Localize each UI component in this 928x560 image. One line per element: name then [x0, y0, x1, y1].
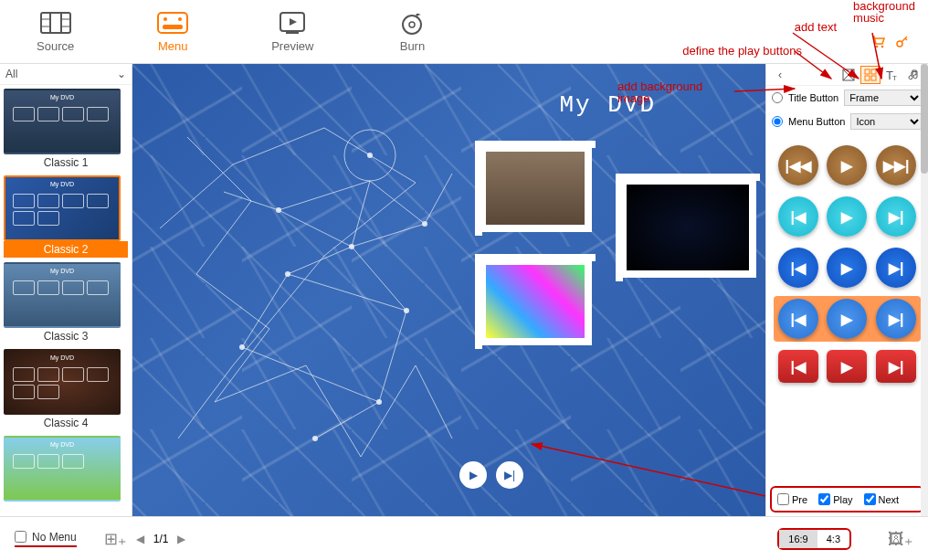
button-styles-grid[interactable]: |◀◀▶▶▶| |◀▶▶| |◀▶▶| |◀▶▶| |◀▶▶|	[766, 133, 928, 482]
aspect-169[interactable]: 16:9	[779, 530, 817, 548]
key-icon[interactable]	[895, 35, 910, 52]
template-list[interactable]: My DVD Classic 1 My DVD Classic 2 My DVD…	[0, 85, 132, 516]
template-classic-5[interactable]: My DVD	[4, 436, 128, 505]
nav-source-label: Source	[37, 39, 74, 53]
svg-rect-40	[865, 76, 870, 80]
check-play[interactable]: Play	[818, 493, 852, 505]
runner-graphic	[142, 91, 470, 493]
template-sidebar: All ⌄ My DVD Classic 1 My DVD Classic 2 …	[0, 64, 132, 516]
button-style-red[interactable]: |◀▶▶|	[774, 347, 921, 386]
svg-line-24	[905, 38, 907, 40]
no-menu-checkbox[interactable]	[15, 531, 26, 543]
no-menu-label: No Menu	[32, 531, 77, 544]
title-button-row: Title Button Frame	[766, 86, 928, 110]
page-prev-icon[interactable]: ◀	[136, 533, 144, 545]
svg-point-31	[376, 399, 382, 405]
nav-menu[interactable]: Menu	[156, 11, 189, 53]
svg-rect-39	[871, 69, 876, 74]
svg-rect-15	[163, 25, 183, 29]
top-right-icons	[871, 35, 910, 52]
button-style-wood[interactable]: |◀◀▶▶▶|	[774, 143, 921, 188]
next-button[interactable]: ▶|	[496, 461, 523, 489]
top-nav: Source Menu Preview Burn	[0, 0, 928, 64]
dvd-title[interactable]: My DVD	[559, 91, 656, 119]
add-image-icon[interactable]: 🖼₊	[888, 529, 913, 549]
svg-point-30	[404, 308, 409, 313]
menu-button-radio[interactable]	[772, 116, 783, 127]
menu-button-label: Menu Button	[788, 116, 845, 127]
svg-rect-38	[865, 69, 870, 74]
button-checks: Pre Play Next	[770, 486, 924, 512]
nav-burn-label: Burn	[400, 39, 425, 53]
svg-point-19	[409, 22, 415, 27]
svg-text:T: T	[892, 74, 897, 81]
cart-icon[interactable]	[871, 35, 886, 52]
template-label: Classic 2	[4, 241, 128, 258]
chapter-thumb-1[interactable]	[479, 144, 592, 232]
svg-point-33	[276, 207, 281, 213]
svg-point-34	[312, 436, 318, 441]
svg-point-14	[178, 17, 182, 21]
svg-point-20	[876, 46, 879, 48]
no-menu-toggle[interactable]: No Menu	[15, 531, 77, 547]
page-next-icon[interactable]: ▶	[177, 533, 185, 545]
menu-button-select[interactable]: Icon	[850, 113, 923, 130]
button-style-blue[interactable]: |◀▶▶|	[774, 245, 921, 291]
title-button-select[interactable]: Frame	[844, 90, 923, 106]
scrollbar-thumb[interactable]	[921, 64, 928, 174]
button-style-cyan[interactable]: |◀▶▶|	[774, 194, 921, 239]
main-area: All ⌄ My DVD Classic 1 My DVD Classic 2 …	[0, 64, 928, 516]
check-next[interactable]: Next	[864, 493, 900, 505]
template-label: Classic 4	[4, 415, 128, 431]
sidebar-filter-row[interactable]: All ⌄	[0, 64, 132, 85]
sidebar-filter-label: All	[5, 68, 17, 80]
chapter-thumb-2[interactable]	[619, 177, 756, 278]
properties-panel: ‹ TT Title Button Frame Menu Button Icon…	[765, 64, 928, 516]
svg-point-28	[285, 271, 290, 277]
svg-rect-41	[871, 76, 876, 80]
template-label: Classic 1	[4, 154, 128, 171]
chapter-thumb-3[interactable]	[479, 258, 592, 345]
properties-toolbar: ‹ TT	[766, 64, 928, 86]
nav-prev-icon[interactable]: ‹	[770, 66, 790, 84]
chevron-down-icon: ⌄	[117, 68, 126, 80]
nav-preview[interactable]: Preview	[271, 11, 313, 53]
preview-panel: My DVD ▶ ▶|	[132, 64, 765, 516]
nav-burn[interactable]: Burn	[395, 11, 428, 53]
template-classic-2[interactable]: My DVD Classic 2	[4, 175, 128, 258]
svg-point-32	[422, 221, 427, 227]
text-icon[interactable]: TT	[882, 66, 902, 84]
bottom-bar: No Menu ⊞₊ ◀ 1/1 ▶ 16:9 4:3 🖼₊	[0, 516, 928, 560]
page-indicator: 1/1	[153, 533, 169, 545]
svg-point-13	[163, 17, 167, 21]
template-label: Classic 3	[4, 328, 128, 344]
svg-point-21	[881, 46, 884, 48]
scrollbar[interactable]	[921, 64, 928, 516]
title-button-radio[interactable]	[772, 92, 783, 103]
preview-canvas[interactable]: My DVD ▶ ▶|	[132, 64, 765, 516]
svg-rect-5	[41, 13, 70, 33]
svg-point-29	[239, 344, 245, 350]
svg-point-18	[403, 16, 421, 34]
svg-rect-12	[158, 13, 187, 33]
film-icon	[39, 11, 72, 35]
aspect-43[interactable]: 4:3	[817, 530, 849, 548]
play-button[interactable]: ▶	[459, 461, 487, 489]
template-classic-3[interactable]: My DVD Classic 3	[4, 262, 128, 344]
preview-play-buttons: ▶ ▶|	[459, 461, 523, 489]
add-chapter-icon[interactable]: ⊞₊	[104, 529, 127, 549]
button-style-lightblue[interactable]: |◀▶▶|	[774, 296, 921, 342]
nav-menu-label: Menu	[158, 39, 188, 53]
bg-image-icon[interactable]	[838, 66, 859, 84]
page-controls: ⊞₊ ◀ 1/1 ▶	[104, 529, 186, 549]
nav-source[interactable]: Source	[37, 11, 74, 53]
template-classic-1[interactable]: My DVD Classic 1	[4, 89, 128, 171]
menu-button-row: Menu Button Icon	[766, 110, 928, 133]
nav-preview-label: Preview	[271, 39, 313, 53]
check-pre[interactable]: Pre	[777, 493, 807, 505]
preview-icon	[276, 11, 309, 35]
menu-editor-icon	[156, 11, 189, 35]
burn-icon	[395, 11, 428, 35]
play-buttons-icon[interactable]	[860, 66, 881, 84]
template-classic-4[interactable]: My DVD Classic 4	[4, 349, 128, 431]
